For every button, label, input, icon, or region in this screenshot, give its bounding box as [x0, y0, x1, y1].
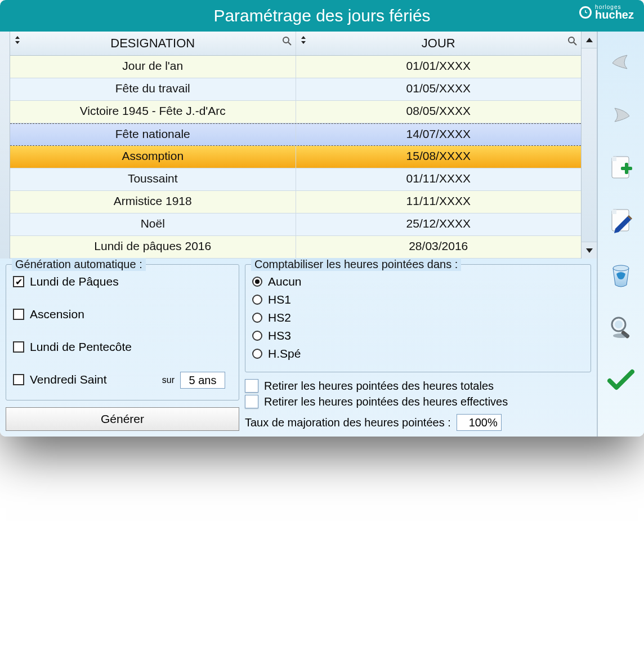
- radio-label: HS2: [268, 311, 291, 324]
- comptabiliser-radio[interactable]: HS3: [252, 329, 584, 342]
- generation-checkbox[interactable]: Ascension: [13, 308, 232, 321]
- checkbox-label: Lundi de Pâques: [30, 275, 119, 288]
- table-row[interactable]: Noël25/12/XXXX: [10, 213, 581, 236]
- checkbox-icon: [13, 374, 24, 385]
- retirer-effectives-checkbox[interactable]: Retirer les heures pointées des heures e…: [245, 395, 591, 408]
- next-button[interactable]: [607, 101, 634, 128]
- svg-marker-4: [301, 36, 306, 39]
- cell-jour: 14/07/XXXX: [296, 124, 582, 145]
- radio-icon: [252, 349, 262, 359]
- cell-designation: Fête du travail: [10, 78, 296, 100]
- delete-button[interactable]: [607, 260, 634, 287]
- comptabiliser-radio[interactable]: HS1: [252, 293, 584, 306]
- generate-button[interactable]: Générer: [6, 407, 239, 431]
- table-row[interactable]: Armistice 191811/11/XXXX: [10, 191, 581, 213]
- table-scrollbar[interactable]: [581, 32, 597, 259]
- sort-icon[interactable]: [299, 34, 307, 48]
- search-icon[interactable]: [282, 35, 292, 50]
- search-button[interactable]: [607, 313, 634, 340]
- table-row[interactable]: Lundi de pâques 201628/03/2016: [10, 236, 581, 259]
- svg-marker-0: [15, 36, 20, 39]
- app-window: Paramétrage des jours fériés horloges hu…: [0, 0, 644, 437]
- brand-text: horloges huchez: [595, 5, 634, 20]
- add-button[interactable]: [607, 154, 634, 181]
- svg-marker-1: [15, 41, 20, 44]
- svg-point-17: [615, 320, 623, 328]
- search-icon[interactable]: [567, 35, 578, 50]
- brand: horloges huchez: [579, 5, 634, 20]
- svg-line-7: [574, 42, 576, 45]
- cell-designation: Fête nationale: [10, 124, 296, 145]
- comptabiliser-legend: Comptabiliser les heures pointées dans :: [251, 258, 461, 271]
- checkbox-icon: [245, 395, 258, 408]
- svg-point-2: [283, 37, 289, 43]
- prev-button[interactable]: [607, 48, 634, 75]
- holidays-table: DESIGNATION JOUR: [0, 32, 597, 259]
- cell-jour: 15/08/XXXX: [296, 146, 582, 168]
- retirer-totales-checkbox[interactable]: Retirer les heures pointées des heures t…: [245, 379, 591, 393]
- cell-jour: 25/12/XXXX: [296, 213, 582, 235]
- checkbox-label: Ascension: [30, 308, 84, 321]
- comptabiliser-radio[interactable]: HS2: [252, 311, 584, 324]
- cell-designation: Lundi de pâques 2016: [10, 236, 296, 258]
- svg-rect-13: [625, 163, 628, 174]
- sur-label: sur: [162, 375, 175, 385]
- generation-checkbox[interactable]: ✔Lundi de Pâques: [13, 275, 232, 288]
- table-row[interactable]: Toussaint01/11/XXXX: [10, 168, 581, 191]
- taux-input[interactable]: 100%: [457, 414, 502, 431]
- table-row[interactable]: Fête du travail01/05/XXXX: [10, 78, 581, 101]
- cell-jour: 01/01/XXXX: [296, 56, 582, 78]
- radio-icon: [252, 313, 262, 323]
- cell-designation: Victoire 1945 - Fête J.-d'Arc: [10, 101, 296, 123]
- svg-point-15: [613, 265, 629, 271]
- comptabiliser-radio[interactable]: Aucun: [252, 275, 584, 288]
- table-row[interactable]: Fête nationale14/07/XXXX: [10, 123, 581, 146]
- generation-fieldset: Génération automatique : ✔Lundi de Pâque…: [6, 264, 239, 400]
- cell-jour: 28/03/2016: [296, 236, 582, 258]
- svg-marker-5: [301, 41, 306, 44]
- sort-icon[interactable]: [14, 34, 21, 48]
- cell-jour: 11/11/XXXX: [296, 191, 582, 213]
- brand-logo-icon: [579, 6, 592, 19]
- checkbox-icon: [245, 379, 258, 393]
- taux-label: Taux de majoration des heures pointées :: [245, 416, 451, 429]
- table-row[interactable]: Victoire 1945 - Fête J.-d'Arc08/05/XXXX: [10, 101, 581, 123]
- cell-designation: Toussaint: [10, 168, 296, 190]
- table-row[interactable]: Jour de l'an01/01/XXXX: [10, 56, 581, 78]
- generation-checkbox[interactable]: Lundi de Pentecôte: [13, 340, 232, 354]
- svg-point-19: [613, 333, 629, 338]
- cell-designation: Armistice 1918: [10, 191, 296, 213]
- checkbox-label: Vendredi Saint: [30, 373, 107, 386]
- radio-label: Aucun: [268, 275, 302, 288]
- comptabiliser-fieldset: Comptabiliser les heures pointées dans :…: [245, 264, 591, 372]
- checkbox-icon: ✔: [13, 276, 24, 287]
- scroll-up-button[interactable]: [582, 32, 597, 48]
- svg-point-6: [569, 37, 574, 43]
- svg-line-3: [288, 42, 291, 45]
- edit-button[interactable]: [607, 207, 634, 234]
- cell-designation: Assomption: [10, 146, 296, 168]
- table-left-gutter: [0, 32, 10, 259]
- radio-icon: [252, 295, 262, 305]
- generation-legend: Génération automatique :: [12, 258, 146, 271]
- comptabiliser-radio[interactable]: H.Spé: [252, 347, 584, 360]
- confirm-button[interactable]: [607, 366, 634, 393]
- column-header-designation[interactable]: DESIGNATION: [10, 32, 296, 55]
- table-row[interactable]: Assomption15/08/XXXX: [10, 146, 581, 168]
- checkbox-icon: [13, 341, 24, 353]
- column-header-jour[interactable]: JOUR: [296, 32, 582, 55]
- cell-designation: Noël: [10, 213, 296, 235]
- scroll-down-button[interactable]: [582, 242, 597, 259]
- radio-label: HS1: [268, 293, 291, 306]
- cell-jour: 01/05/XXXX: [296, 78, 582, 100]
- radio-label: H.Spé: [268, 347, 301, 360]
- radio-icon: [252, 331, 262, 341]
- checkbox-icon: [13, 309, 24, 320]
- radio-icon: [252, 277, 262, 287]
- cell-jour: 01/11/XXXX: [296, 168, 582, 190]
- side-toolbar: [598, 32, 644, 437]
- radio-label: HS3: [268, 329, 291, 342]
- window-title: Paramétrage des jours fériés: [213, 6, 430, 25]
- checkbox-label: Lundi de Pentecôte: [30, 340, 132, 354]
- sur-input[interactable]: 5 ans: [180, 372, 225, 389]
